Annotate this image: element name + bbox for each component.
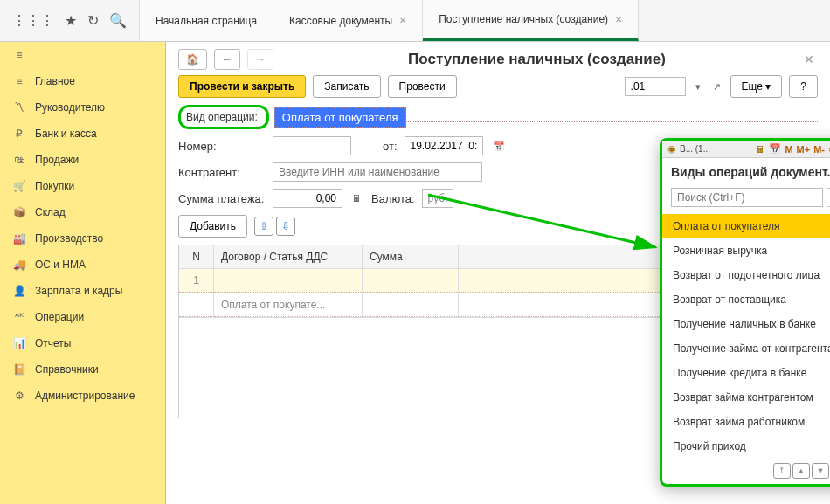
open-icon[interactable]: ↗	[710, 81, 723, 93]
operation-underline	[406, 112, 818, 122]
layout: ≡ ≡Главное 〽Руководителю ₽Банк и касса 🛍…	[0, 42, 830, 504]
clear-search-button[interactable]: ×	[827, 188, 830, 207]
col-contract: Договор / Статья ДДС	[214, 245, 363, 268]
sidebar-label: Склад	[35, 206, 66, 218]
bars-icon: 📊	[12, 337, 26, 349]
close-icon[interactable]: ✕	[399, 16, 406, 25]
save-button[interactable]: Записать	[313, 75, 380, 98]
sum-input[interactable]	[273, 189, 342, 208]
more-label: Еще	[742, 80, 763, 93]
option-item[interactable]: Розничная выручка	[662, 238, 830, 263]
post-close-button[interactable]: Провести и закрыть	[178, 75, 306, 98]
sidebar-item[interactable]: ₽Банк и касса	[0, 121, 165, 147]
date-label: от:	[383, 140, 398, 153]
option-item[interactable]: Получение наличных в банке	[662, 312, 830, 336]
m-plus-icon[interactable]: M+	[797, 144, 811, 155]
option-item[interactable]: Возврат займа контрагентом	[662, 385, 830, 410]
tab-label: Кассовые документы	[289, 15, 392, 27]
option-item[interactable]: Получение займа от контрагента	[662, 336, 830, 361]
option-item[interactable]: Получение кредита в банке	[662, 361, 830, 385]
sidebar-label: Справочники	[35, 363, 99, 376]
close-page-icon[interactable]: ✕	[800, 52, 818, 66]
sidebar-label: Администрирование	[35, 390, 135, 402]
sidebar-item[interactable]: 🚚ОС и НМА	[0, 252, 165, 278]
sidebar-item[interactable]: ᴬᴷОперации	[0, 304, 165, 330]
date-input[interactable]	[405, 136, 483, 155]
sidebar-item[interactable]: 🛒Покупки	[0, 173, 165, 199]
currency-input[interactable]	[422, 189, 453, 208]
m-minus-icon[interactable]: M-	[813, 144, 825, 155]
home-button[interactable]: 🏠	[178, 49, 207, 70]
apps-icon[interactable]: ⋮⋮⋮	[12, 12, 54, 29]
sidebar-label: Покупки	[35, 180, 74, 192]
cell-contract	[214, 269, 363, 293]
tab-receipt[interactable]: Поступление наличных (создание)✕	[423, 0, 639, 41]
action-row: Провести и закрыть Записать Провести ▾ ↗…	[178, 75, 818, 98]
sidebar-item[interactable]: ≡Главное	[0, 68, 165, 94]
cell-sum	[363, 269, 459, 293]
sidebar-item[interactable]: 📦Склад	[0, 199, 165, 225]
sidebar-item[interactable]: 〽Руководителю	[0, 94, 165, 121]
calendar-icon[interactable]: 📅	[769, 143, 781, 155]
m-icon[interactable]: M	[785, 144, 792, 155]
scroll-down-button[interactable]: ▼	[812, 463, 829, 479]
sidebar-item[interactable]: 🛍Продажи	[0, 147, 165, 173]
tab-start[interactable]: Начальная страница	[140, 0, 273, 41]
move-up-button[interactable]: ⇧	[254, 217, 273, 236]
help-button[interactable]: ?	[789, 75, 818, 98]
home-icon: ≡	[12, 75, 26, 87]
sidebar-item[interactable]: 📔Справочники	[0, 356, 165, 383]
number-input[interactable]	[273, 136, 351, 155]
sidebar-item[interactable]: 🏭Производство	[0, 225, 165, 252]
option-item[interactable]: Возврат займа работником	[662, 410, 830, 434]
dropdown-icon[interactable]: ▾	[693, 81, 703, 93]
account-field[interactable]	[625, 77, 686, 96]
search-icon[interactable]: 🔍	[109, 12, 127, 29]
top-tool-icons: ⋮⋮⋮ ★ ↻ 🔍	[0, 0, 140, 41]
calc-icon[interactable]: 🖩	[349, 193, 364, 204]
sidebar-label: Руководителю	[35, 101, 105, 114]
col-sum: Сумма	[363, 245, 459, 268]
scroll-top-button[interactable]: ⤒	[773, 463, 791, 479]
popup-search-input[interactable]	[671, 188, 823, 207]
tab-label: Поступление наличных (создание)	[439, 13, 608, 25]
ops-icon: ᴬᴷ	[12, 311, 26, 323]
calendar-icon[interactable]: 📅	[490, 141, 508, 152]
sidebar-item[interactable]: 📊Отчеты	[0, 330, 165, 356]
sidebar-menu-toggle[interactable]: ≡	[0, 42, 165, 68]
move-down-button[interactable]: ⇩	[276, 217, 295, 236]
currency-label: Валюта:	[371, 192, 415, 205]
tab-cash[interactable]: Кассовые документы✕	[273, 0, 423, 41]
sidebar: ≡ ≡Главное 〽Руководителю ₽Банк и касса 🛍…	[0, 42, 166, 504]
option-item[interactable]: Возврат от поставщика	[662, 287, 830, 312]
gear-icon: ⚙	[12, 390, 26, 402]
sidebar-item[interactable]: 👤Зарплата и кадры	[0, 278, 165, 304]
close-icon[interactable]: ✕	[615, 15, 622, 24]
cell-dds: Оплата от покупате...	[214, 293, 363, 317]
truck-icon: 🚚	[12, 259, 26, 271]
option-item[interactable]: Возврат от подотчетного лица	[662, 263, 830, 287]
option-item[interactable]: Прочий приход	[662, 434, 830, 459]
operation-row: Вид операции: Оплата от покупателя	[178, 105, 818, 129]
add-button[interactable]: Добавить	[178, 215, 247, 238]
back-button[interactable]: ←	[214, 49, 240, 70]
more-button[interactable]: Еще ▾	[730, 75, 783, 98]
book-icon: 📔	[12, 363, 26, 376]
forward-button[interactable]: →	[247, 49, 273, 70]
popup-footer: ⤒ ▲ ▼ ⤓	[662, 459, 830, 484]
star-icon[interactable]: ★	[65, 12, 77, 29]
sum-label: Сумма платежа:	[178, 192, 266, 205]
sidebar-label: Отчеты	[35, 337, 71, 349]
post-button[interactable]: Провести	[388, 75, 457, 98]
factory-icon: 🏭	[12, 232, 26, 245]
counterparty-input[interactable]	[273, 162, 482, 182]
calc-icon[interactable]: 🖩	[756, 144, 765, 155]
tab-label: Начальная страница	[156, 15, 257, 27]
operation-value-selected[interactable]: Оплата от покупателя	[274, 107, 406, 128]
history-icon[interactable]: ↻	[87, 12, 99, 29]
sidebar-item[interactable]: ⚙Администрирование	[0, 383, 165, 409]
option-item[interactable]: Оплата от покупателя	[662, 214, 830, 238]
scroll-up-button[interactable]: ▲	[792, 463, 810, 479]
ruble-icon: ₽	[12, 128, 26, 140]
operation-label-highlight: Вид операции:	[178, 105, 269, 129]
